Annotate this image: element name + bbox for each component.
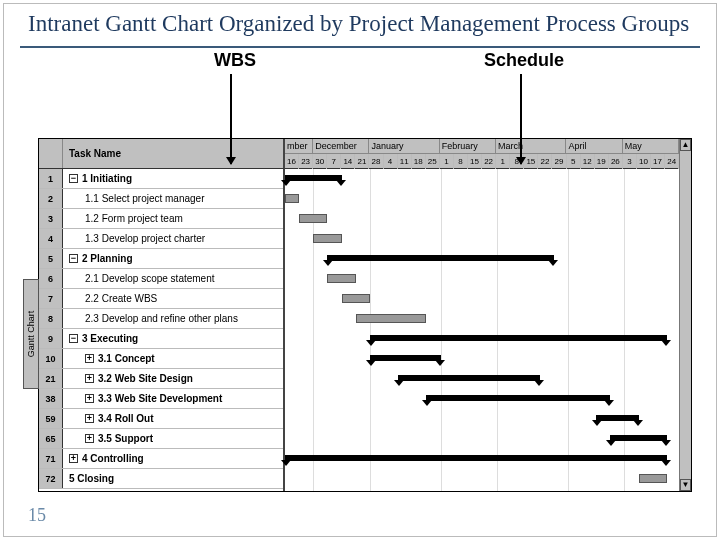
table-row[interactable]: 9−3 Executing [39,329,283,349]
gantt-chart-area[interactable] [285,169,679,491]
table-row[interactable]: 31.2 Form project team [39,209,283,229]
task-grid[interactable]: 1−1 Initiating21.1 Select project manage… [39,169,285,491]
task-name-cell[interactable]: −2 Planning [63,249,283,268]
day-header: 12 [581,154,595,169]
row-number[interactable]: 10 [39,349,63,368]
task-name-cell[interactable]: +3.4 Roll Out [63,409,283,428]
table-row[interactable]: 5−2 Planning [39,249,283,269]
task-name-cell[interactable]: 1.3 Develop project charter [63,229,283,248]
task-bar[interactable] [313,234,341,243]
task-name-cell[interactable]: +3.2 Web Site Design [63,369,283,388]
summary-bar[interactable] [285,455,667,461]
row-number[interactable]: 4 [39,229,63,248]
task-bar[interactable] [285,194,299,203]
collapse-icon[interactable]: − [69,174,78,183]
day-header: 1 [496,154,510,169]
expand-icon[interactable]: + [85,354,94,363]
slide-frame: Intranet Gantt Chart Organized by Projec… [3,3,717,537]
table-row[interactable]: 72.2 Create WBS [39,289,283,309]
page-number: 15 [28,505,46,526]
table-row[interactable]: 62.1 Develop scope statement [39,269,283,289]
month-header: December [313,139,369,154]
collapse-icon[interactable]: − [69,254,78,263]
summary-bar[interactable] [426,395,610,401]
view-tab-gantt[interactable]: Gantt Chart [23,279,39,389]
table-row[interactable]: 59+3.4 Roll Out [39,409,283,429]
scroll-up-icon[interactable]: ▲ [680,139,691,151]
table-row[interactable]: 65+3.5 Support [39,429,283,449]
task-name-cell[interactable]: +4 Controlling [63,449,283,468]
collapse-icon[interactable]: − [69,334,78,343]
task-name-cell[interactable]: 1.1 Select project manager [63,189,283,208]
expand-icon[interactable]: + [85,374,94,383]
summary-bar[interactable] [327,255,553,261]
task-name-cell[interactable]: 2.2 Create WBS [63,289,283,308]
summary-bar[interactable] [285,175,342,181]
day-header: 16 [285,154,299,169]
summary-bar[interactable] [370,355,441,361]
corner-cell [39,139,63,168]
task-name-cell[interactable]: 2.1 Develop scope statement [63,269,283,288]
day-header: 23 [299,154,313,169]
task-name-cell[interactable]: 2.3 Develop and refine other plans [63,309,283,328]
summary-bar[interactable] [370,335,667,341]
row-number[interactable]: 6 [39,269,63,288]
row-number[interactable]: 21 [39,369,63,388]
task-name-cell[interactable]: −1 Initiating [63,169,283,188]
row-number[interactable]: 8 [39,309,63,328]
row-number[interactable]: 3 [39,209,63,228]
task-bar[interactable] [299,214,327,223]
day-header: 11 [398,154,412,169]
task-bar[interactable] [639,474,667,483]
task-name-cell[interactable]: 1.2 Form project team [63,209,283,228]
row-number[interactable]: 9 [39,329,63,348]
table-row[interactable]: 1−1 Initiating [39,169,283,189]
timescale-header[interactable]: mberDecemberJanuaryFebruaryMarchAprilMay… [285,139,679,169]
gantt-row [285,369,679,389]
gantt-row [285,409,679,429]
row-number[interactable]: 2 [39,189,63,208]
expand-icon[interactable]: + [69,454,78,463]
day-header: 26 [609,154,623,169]
day-header: 19 [595,154,609,169]
row-number[interactable]: 5 [39,249,63,268]
column-header-taskname[interactable]: Task Name [63,139,283,168]
summary-bar[interactable] [398,375,539,381]
task-bar[interactable] [342,294,370,303]
vertical-scrollbar[interactable]: ▲ ▼ [679,139,691,491]
day-header: 14 [341,154,355,169]
task-name-cell[interactable]: +3.5 Support [63,429,283,448]
gantt-row [285,349,679,369]
row-number[interactable]: 71 [39,449,63,468]
row-number[interactable]: 1 [39,169,63,188]
table-row[interactable]: 71+4 Controlling [39,449,283,469]
task-bar[interactable] [356,314,427,323]
scroll-down-icon[interactable]: ▼ [680,479,691,491]
summary-bar[interactable] [610,435,667,441]
day-header: 30 [313,154,327,169]
table-row[interactable]: 725 Closing [39,469,283,489]
month-header: May [623,139,679,154]
task-name-cell[interactable]: −3 Executing [63,329,283,348]
row-number[interactable]: 65 [39,429,63,448]
table-row[interactable]: 21+3.2 Web Site Design [39,369,283,389]
row-number[interactable]: 59 [39,409,63,428]
row-number[interactable]: 72 [39,469,63,488]
table-row[interactable]: 82.3 Develop and refine other plans [39,309,283,329]
expand-icon[interactable]: + [85,394,94,403]
table-row[interactable]: 10+3.1 Concept [39,349,283,369]
row-number[interactable]: 7 [39,289,63,308]
task-name-cell[interactable]: +3.3 Web Site Development [63,389,283,408]
row-number[interactable]: 38 [39,389,63,408]
summary-bar[interactable] [596,415,638,421]
expand-icon[interactable]: + [85,434,94,443]
table-row[interactable]: 38+3.3 Web Site Development [39,389,283,409]
task-name-cell[interactable]: +3.1 Concept [63,349,283,368]
table-row[interactable]: 21.1 Select project manager [39,189,283,209]
task-bar[interactable] [327,274,355,283]
task-name-cell[interactable]: 5 Closing [63,469,283,488]
day-header: 22 [538,154,552,169]
month-header: January [369,139,439,154]
expand-icon[interactable]: + [85,414,94,423]
table-row[interactable]: 41.3 Develop project charter [39,229,283,249]
